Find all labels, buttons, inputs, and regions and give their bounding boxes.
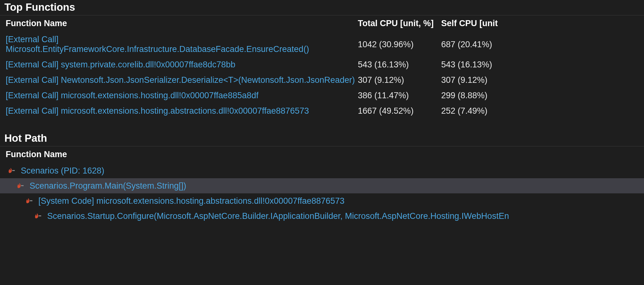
hot-path-link[interactable]: Scenarios (PID: 1628) [21,166,104,176]
hot-path-row[interactable]: Scenarios (PID: 1628) [0,163,644,178]
self-cpu-cell: 543 (16.13%) [441,60,640,70]
hot-path-tree: Scenarios (PID: 1628)Scenarios.Program.M… [0,162,644,224]
col-header-self-cpu[interactable]: Self CPU [unit [441,19,640,28]
table-row[interactable]: [External Call] microsoft.extensions.hos… [0,104,644,119]
function-name-cell: [External Call] system.private.corelib.d… [6,60,358,70]
hot-path-title: Hot Path [0,131,644,146]
function-name-cell: [External Call] Microsoft.EntityFramewor… [6,35,358,54]
function-name-cell: [External Call] microsoft.extensions.hos… [6,106,358,116]
hot-path-link[interactable]: Scenarios.Startup.Configure(Microsoft.As… [47,211,509,221]
svg-rect-3 [39,215,41,216]
function-name-cell: [External Call] microsoft.extensions.hos… [6,91,358,100]
svg-rect-2 [30,200,32,201]
table-row[interactable]: [External Call] microsoft.extensions.hos… [0,88,644,104]
top-functions-title: Top Functions [0,0,644,15]
svg-rect-1 [21,185,24,186]
svg-rect-0 [12,170,15,171]
self-cpu-cell: 307 (9.12%) [441,75,640,85]
flame-icon [8,168,15,174]
flame-icon [34,213,42,219]
hot-path-row[interactable]: Scenarios.Program.Main(System.String[]) [0,178,644,193]
self-cpu-cell: 299 (8.88%) [441,91,640,100]
top-functions-header-row: Function Name Total CPU [unit, %] Self C… [0,15,644,32]
hot-path-link[interactable]: [System Code] microsoft.extensions.hosti… [38,196,345,206]
total-cpu-cell: 307 (9.12%) [358,75,441,85]
function-link[interactable]: [External Call] microsoft.extensions.hos… [6,106,309,116]
hot-path-row[interactable]: [System Code] microsoft.extensions.hosti… [0,193,644,208]
function-link[interactable]: [External Call] microsoft.extensions.hos… [6,91,258,100]
table-row[interactable]: [External Call] Newtonsoft.Json.JsonSeri… [0,73,644,88]
total-cpu-cell: 386 (11.47%) [358,91,441,100]
profiler-panel: Top Functions Function Name Total CPU [u… [0,0,644,224]
function-link[interactable]: [External Call] Newtonsoft.Json.JsonSeri… [6,75,355,85]
col-header-total-cpu[interactable]: Total CPU [unit, %] [358,19,441,28]
self-cpu-cell: 687 (20.41%) [441,40,640,49]
top-functions-body: [External Call] Microsoft.EntityFramewor… [0,32,644,119]
self-cpu-cell: 252 (7.49%) [441,106,640,116]
table-row[interactable]: [External Call] Microsoft.EntityFramewor… [0,32,644,57]
function-link[interactable]: [External Call] system.private.corelib.d… [6,60,235,69]
flame-icon [25,198,33,204]
flame-icon [16,183,24,189]
col-header-function-name[interactable]: Function Name [6,19,358,28]
hot-path-header[interactable]: Function Name [0,146,644,162]
total-cpu-cell: 543 (16.13%) [358,60,441,70]
total-cpu-cell: 1667 (49.52%) [358,106,441,116]
hot-path-link[interactable]: Scenarios.Program.Main(System.String[]) [30,181,186,191]
function-link[interactable]: [External Call] Microsoft.EntityFramewor… [6,35,309,54]
hot-path-row[interactable]: Scenarios.Startup.Configure(Microsoft.As… [0,208,644,224]
total-cpu-cell: 1042 (30.96%) [358,40,441,49]
section-gap [0,119,644,131]
table-row[interactable]: [External Call] system.private.corelib.d… [0,57,644,73]
function-name-cell: [External Call] Newtonsoft.Json.JsonSeri… [6,75,358,85]
